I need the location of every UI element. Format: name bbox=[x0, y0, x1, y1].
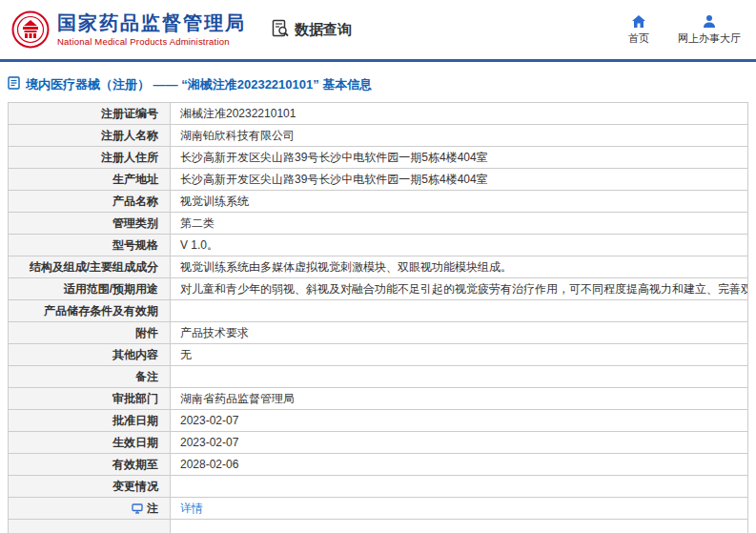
note-icon bbox=[132, 503, 143, 514]
row-value bbox=[171, 366, 747, 387]
nav-home[interactable]: 首页 bbox=[628, 14, 649, 46]
row-value bbox=[171, 520, 747, 533]
org-name-en: National Medical Products Administration bbox=[57, 36, 246, 47]
row-label: 适用范围/预期用途 bbox=[9, 278, 171, 299]
row-label: 生效日期 bbox=[9, 432, 171, 453]
table-row: 生产地址长沙高新开发区尖山路39号长沙中电软件园一期5栋4楼404室 bbox=[8, 169, 748, 191]
row-label bbox=[9, 520, 171, 533]
row-value: 2023-02-07 bbox=[171, 432, 747, 453]
table-row: 产品储存条件及有效期 bbox=[8, 300, 748, 322]
home-icon bbox=[631, 14, 646, 29]
row-value: 详情 bbox=[171, 498, 747, 519]
table-row bbox=[8, 520, 748, 533]
info-table: 注册证编号湘械注准20232210101注册人名称湖南铂欣科技有限公司注册人住所… bbox=[8, 102, 748, 533]
row-value bbox=[171, 476, 747, 497]
data-query-button[interactable]: 数据查询 bbox=[271, 19, 352, 41]
row-label: 附件 bbox=[9, 322, 171, 343]
document-icon bbox=[8, 76, 20, 93]
org-name-cn: 国家药品监督管理局 bbox=[57, 12, 246, 34]
row-value: 长沙高新开发区尖山路39号长沙中电软件园一期5栋4楼404室 bbox=[171, 147, 747, 168]
top-nav: 首页 网上办事大厅 bbox=[628, 14, 741, 46]
row-label: 批准日期 bbox=[9, 410, 171, 431]
brand: 国家药品监督管理局 National Medical Products Admi… bbox=[11, 10, 246, 49]
row-label: 产品储存条件及有效期 bbox=[9, 300, 171, 321]
detail-link[interactable]: 详情 bbox=[180, 501, 203, 517]
table-row: 有效期至2028-02-06 bbox=[8, 454, 748, 476]
row-label: 型号规格 bbox=[9, 235, 171, 256]
table-row: 产品名称视觉训练系统 bbox=[8, 191, 748, 213]
row-label: 备注 bbox=[9, 366, 171, 387]
site-header: 国家药品监督管理局 National Medical Products Admi… bbox=[0, 0, 756, 59]
row-value: 2028-02-06 bbox=[171, 454, 747, 475]
row-label: 注册人名称 bbox=[9, 125, 171, 146]
page-title-bar: 境内医疗器械（注册） —— “湘械注准20232210101” 基本信息 bbox=[0, 62, 756, 102]
row-label: 注 bbox=[9, 498, 171, 519]
table-row: 其他内容无 bbox=[8, 344, 748, 366]
row-label: 其他内容 bbox=[9, 344, 171, 365]
nav-home-label: 首页 bbox=[628, 31, 649, 46]
row-value bbox=[171, 300, 747, 321]
person-icon bbox=[702, 14, 717, 29]
data-query-label: 数据查询 bbox=[295, 21, 352, 39]
table-row: 审批部门湖南省药品监督管理局 bbox=[8, 388, 748, 410]
data-query-icon bbox=[271, 19, 295, 41]
row-label: 生产地址 bbox=[9, 169, 171, 190]
nav-service-hall[interactable]: 网上办事大厅 bbox=[678, 14, 741, 46]
row-label: 注册人住所 bbox=[9, 147, 171, 168]
table-row: 附件产品技术要求 bbox=[8, 322, 748, 344]
table-row: 适用范围/预期用途对儿童和青少年的弱视、斜视及对融合功能不足引起的视觉疲劳有治疗… bbox=[8, 278, 748, 300]
row-value: 视觉训练系统 bbox=[171, 191, 747, 212]
table-row: 注详情 bbox=[8, 498, 748, 520]
row-label: 有效期至 bbox=[9, 454, 171, 475]
nav-service-hall-label: 网上办事大厅 bbox=[678, 31, 741, 46]
row-value: V 1.0。 bbox=[171, 235, 747, 256]
row-label: 管理类别 bbox=[9, 213, 171, 234]
table-row: 管理类别第二类 bbox=[8, 213, 748, 235]
row-value: 湘械注准20232210101 bbox=[171, 103, 747, 124]
row-value: 对儿童和青少年的弱视、斜视及对融合功能不足引起的视觉疲劳有治疗作用，可不同程度提… bbox=[171, 278, 747, 299]
table-row: 注册人住所长沙高新开发区尖山路39号长沙中电软件园一期5栋4楼404室 bbox=[8, 147, 748, 169]
table-row: 批准日期2023-02-07 bbox=[8, 410, 748, 432]
brand-text: 国家药品监督管理局 National Medical Products Admi… bbox=[57, 12, 246, 47]
row-value: 湖南省药品监督管理局 bbox=[171, 388, 747, 409]
row-label: 产品名称 bbox=[9, 191, 171, 212]
table-row: 注册证编号湘械注准20232210101 bbox=[8, 103, 748, 125]
table-row: 生效日期2023-02-07 bbox=[8, 432, 748, 454]
row-label: 注册证编号 bbox=[9, 103, 171, 124]
row-label: 结构及组成/主要组成成分 bbox=[9, 256, 171, 277]
row-value: 视觉训练系统由多媒体虚拟视觉刺激模块、双眼视功能模块组成。 bbox=[171, 256, 747, 277]
row-value: 长沙高新开发区尖山路39号长沙中电软件园一期5栋4楼404室 bbox=[171, 169, 747, 190]
table-row: 备注 bbox=[8, 366, 748, 388]
row-value: 产品技术要求 bbox=[171, 322, 747, 343]
national-emblem-icon bbox=[11, 10, 50, 49]
table-row: 型号规格V 1.0。 bbox=[8, 235, 748, 256]
page-title: 境内医疗器械（注册） —— “湘械注准20232210101” 基本信息 bbox=[26, 76, 372, 93]
table-row: 变更情况 bbox=[8, 476, 748, 498]
row-value: 湖南铂欣科技有限公司 bbox=[171, 125, 747, 146]
row-value: 第二类 bbox=[171, 213, 747, 234]
table-row: 注册人名称湖南铂欣科技有限公司 bbox=[8, 125, 748, 147]
table-row: 结构及组成/主要组成成分视觉训练系统由多媒体虚拟视觉刺激模块、双眼视功能模块组成… bbox=[8, 256, 748, 278]
row-label: 审批部门 bbox=[9, 388, 171, 409]
row-value: 2023-02-07 bbox=[171, 410, 747, 431]
row-label: 变更情况 bbox=[9, 476, 171, 497]
row-value: 无 bbox=[171, 344, 747, 365]
